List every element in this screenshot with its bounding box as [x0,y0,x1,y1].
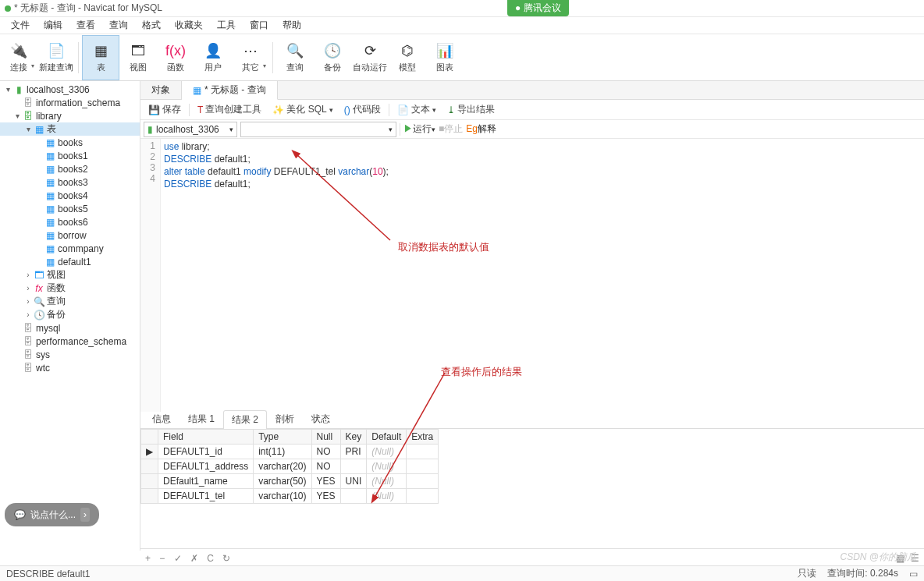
result-tab-结果 2[interactable]: 结果 2 [223,410,267,429]
chevron-right-icon[interactable]: › [80,508,90,522]
run-button[interactable]: ▶运行▾ [403,122,435,136]
menu-格式[interactable]: 格式 [136,17,167,34]
tree-table-default1-icon: ▦ [44,257,56,267]
toolbar-新建查询[interactable]: 📄新建查询▾ [37,35,75,80]
toolbar-备份[interactable]: 🕓备份 [314,35,351,80]
col-Key[interactable]: Key [340,430,367,445]
tree-table-books3[interactable]: ▦books3 [0,175,140,189]
tree-table-books4[interactable]: ▦books4 [0,189,140,202]
col-Extra[interactable]: Extra [407,430,439,445]
其它-icon: ⋯ [241,41,260,60]
tree-node-表[interactable]: ▾▦表 [0,122,140,136]
toolbar-图表[interactable]: 📊图表 [426,35,464,80]
tree-table-books1[interactable]: ▦books1 [0,149,140,162]
window-title: * 无标题 - 查询 - Navicat for MySQL [14,2,162,15]
result-tab-结果 1[interactable]: 结果 1 [179,409,223,428]
sql-editor[interactable]: 1234 use library;DESCRIBE default1;alter… [140,139,924,412]
result-grid-wrapper: FieldTypeNullKeyDefaultExtra▶DEFAULT1_id… [140,429,924,551]
code-area[interactable]: use library;DESCRIBE default1;alter tabl… [161,139,392,412]
toolbar-表[interactable]: ▦表 [82,35,119,80]
chat-bubble[interactable]: 💬 说点什么... › [5,503,99,526]
tab-query[interactable]: ▦ * 无标题 - 查询 [182,81,278,100]
tree-table-books[interactable]: ▦books [0,136,140,149]
menu-bar: 文件编辑查看查询格式收藏夹工具窗口帮助 [0,17,924,34]
col-Type[interactable]: Type [254,430,311,445]
query-builder-button[interactable]: T查询创建工具 [194,101,265,118]
stop-button[interactable]: ■停止 [439,122,463,136]
toolbar-用户[interactable]: 👤用户 [194,35,232,80]
tab-objects[interactable]: 对象 [140,81,182,99]
beautify-sql-button[interactable]: ✨美化 SQL▾ [269,101,336,118]
result-tab-剖析[interactable]: 剖析 [267,409,303,428]
tree-db-performance_schema[interactable]: 🗄performance_schema [0,335,140,348]
export-results-button[interactable]: ⤓导出结果 [444,101,498,118]
tree-connection[interactable]: ▾▮localhost_3306 [0,83,140,96]
用户-icon: 👤 [204,41,222,60]
tree-table-default1[interactable]: ▦default1 [0,255,140,268]
连接-icon: 🔌 [9,41,28,60]
tree-db-library[interactable]: ▾🗄library [0,109,140,122]
tree-table-books6[interactable]: ▦books6 [0,215,140,229]
meeting-dot: ● [515,2,524,13]
tree-db-wtc[interactable]: 🗄wtc [0,361,140,374]
menu-文件[interactable]: 文件 [5,17,36,34]
toolbar-连接[interactable]: 🔌连接▾ [0,35,37,80]
toolbar-视图[interactable]: 🗔视图 [119,35,157,80]
tree-node-函数[interactable]: › fx函数 [0,282,140,295]
toolbar-其它[interactable]: ⋯其它▾ [232,35,269,80]
tree-node-视图[interactable]: › 🗔视图 [0,268,140,282]
connection-bar: ▮localhost_3306▾ ▾ ▶运行▾ ■停止 Eg解释 [140,120,924,139]
col-Default[interactable]: Default [367,430,407,445]
menu-工具[interactable]: 工具 [211,17,242,34]
menu-编辑[interactable]: 编辑 [37,17,69,34]
save-button[interactable]: 💾保存 [145,101,184,118]
menu-查询[interactable]: 查询 [103,17,134,34]
export-icon: ⤓ [447,105,455,115]
grid-footer-buttons[interactable]: + − ✓ ✗ C ↻ [145,553,233,564]
toolbar-函数[interactable]: f(x)函数 [157,35,194,80]
tree-table-borrow[interactable]: ▦borrow [0,229,140,242]
toolbar-模型[interactable]: ⌬模型 [389,35,426,80]
tree-table-books2[interactable]: ▦books2 [0,162,140,175]
table-row[interactable]: DEfault1_namevarchar(50)YESUNI(Null) [141,474,439,489]
result-tab-状态[interactable]: 状态 [303,409,339,428]
menu-收藏夹[interactable]: 收藏夹 [169,17,209,34]
text-button[interactable]: 📄文本▾ [394,101,439,118]
explain-button[interactable]: Eg解释 [466,122,496,136]
db-tree-sidebar[interactable]: ▾▮localhost_3306🗄information_schema▾🗄lib… [0,81,140,551]
menu-窗口[interactable]: 窗口 [243,17,275,34]
table-row[interactable]: ▶DEFAULT1_idint(11)NOPRI(Null) [141,445,439,459]
视图-icon: 🗔 [129,41,147,60]
toolbar-自动运行[interactable]: ⟳自动运行 [351,35,389,80]
result-tab-信息[interactable]: 信息 [144,409,179,428]
tree-table-books5-icon: ▦ [44,204,56,214]
tree-db-information_schema-icon: 🗄 [22,97,34,108]
query-tab-icon: ▦ [193,85,201,96]
table-row[interactable]: DEFAULT1_telvarchar(10)YES(Null) [141,489,439,504]
database-select[interactable]: ▾ [240,122,396,137]
toolbar-查询[interactable]: 🔍查询 [276,35,314,80]
col-Null[interactable]: Null [311,430,340,445]
tree-db-sys[interactable]: 🗄sys [0,348,140,361]
tree-db-mysql[interactable]: 🗄mysql [0,321,140,335]
tree-db-information_schema[interactable]: 🗄information_schema [0,96,140,109]
status-readonly: 只读 [798,567,816,580]
tree-node-查询[interactable]: › 🔍查询 [0,295,140,308]
server-icon: ▮ [147,124,153,135]
chat-icon: 💬 [14,509,26,520]
meeting-badge[interactable]: ● 腾讯会议 [507,0,569,16]
result-grid[interactable]: FieldTypeNullKeyDefaultExtra▶DEFAULT1_id… [140,429,439,504]
tree-table-books5[interactable]: ▦books5 [0,202,140,215]
menu-查看[interactable]: 查看 [70,17,101,34]
menu-帮助[interactable]: 帮助 [276,17,307,34]
code-snippet-button[interactable]: ()代码段 [341,101,384,118]
snippet-icon: () [344,105,350,115]
新建查询-icon: 📄 [47,41,66,60]
tree-table-commpany[interactable]: ▦commpany [0,242,140,255]
col-Field[interactable]: Field [158,430,254,445]
table-row[interactable]: DEFAULT1_addressvarchar(20)NO(Null) [141,459,439,474]
tab-strip: 对象 ▦ * 无标题 - 查询 [140,81,924,100]
tree-node-备份[interactable]: › 🕓备份 [0,308,140,321]
connection-select[interactable]: ▮localhost_3306▾ [144,122,237,137]
tree-db-library-icon: 🗄 [22,111,34,122]
